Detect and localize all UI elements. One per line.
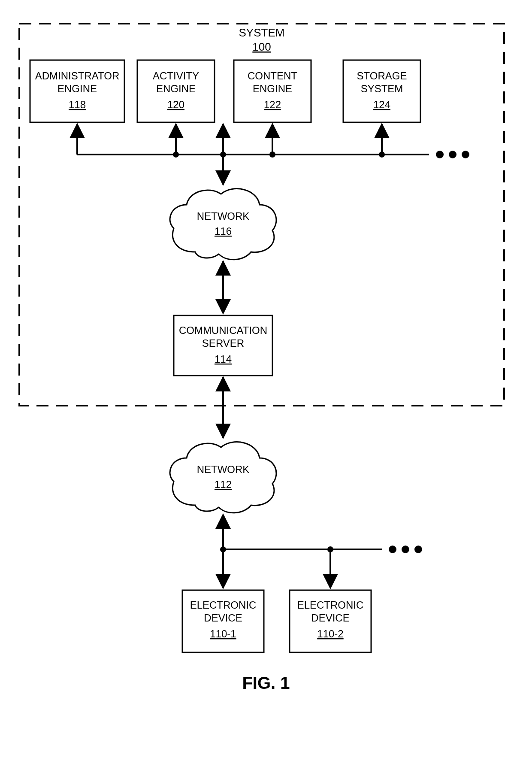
svg-point-11 [269,152,275,158]
network-top-cloud: NETWORK 116 [170,189,276,260]
net-top-title: NETWORK [197,210,250,222]
content-ref: 122 [264,99,281,110]
electronic-device-2-box: ELECTRONIC DEVICE 110-2 [290,590,371,652]
communication-server-box: COMMUNICATION SERVER 114 [174,315,272,376]
storage-line2: SYSTEM [361,83,403,94]
svg-point-23 [389,546,396,553]
activity-ref: 120 [167,99,184,110]
dev1-ref: 110-1 [210,628,236,640]
svg-point-12 [379,152,385,158]
system-diagram: SYSTEM 100 ADMINISTRATOR ENGINE 118 ACTI… [0,0,532,767]
dev2-line1: ELECTRONIC [297,599,364,611]
content-line2: ENGINE [253,83,292,94]
electronic-device-1-box: ELECTRONIC DEVICE 110-1 [182,590,264,652]
network-bottom-cloud: NETWORK 112 [170,442,276,513]
svg-point-24 [402,546,409,553]
admin-line1: ADMINISTRATOR [35,70,119,82]
net-bottom-title: NETWORK [197,464,250,475]
dev1-line2: DEVICE [204,612,242,624]
activity-line1: ACTIVITY [153,70,199,82]
activity-line2: ENGINE [156,83,196,94]
storage-line1: STORAGE [357,70,407,82]
comm-ref: 114 [215,353,232,365]
device-bus-ellipsis-icon [389,546,422,553]
content-line1: CONTENT [248,70,297,82]
figure-label: FIG. 1 [242,673,290,692]
storage-system-box: STORAGE SYSTEM 124 [343,60,420,122]
dev1-line1: ELECTRONIC [190,599,257,611]
system-ref: 100 [252,40,271,53]
svg-point-25 [414,546,422,553]
top-bus-ellipsis-icon [436,151,469,158]
svg-point-15 [462,151,469,158]
administrator-engine-box: ADMINISTRATOR ENGINE 118 [30,60,124,122]
svg-point-14 [449,151,456,158]
activity-engine-box: ACTIVITY ENGINE 120 [137,60,215,122]
system-title: SYSTEM [239,26,285,39]
content-engine-box: CONTENT ENGINE 122 [234,60,311,122]
svg-point-13 [436,151,444,158]
admin-ref: 118 [69,99,86,110]
dev2-ref: 110-2 [317,628,343,640]
comm-line2: SERVER [202,337,244,349]
net-top-ref: 116 [215,225,232,237]
admin-line2: ENGINE [57,83,97,94]
svg-point-9 [173,152,179,158]
dev2-line2: DEVICE [311,612,349,624]
net-bottom-ref: 112 [215,479,232,490]
comm-line1: COMMUNICATION [179,324,267,336]
storage-ref: 124 [373,99,390,110]
